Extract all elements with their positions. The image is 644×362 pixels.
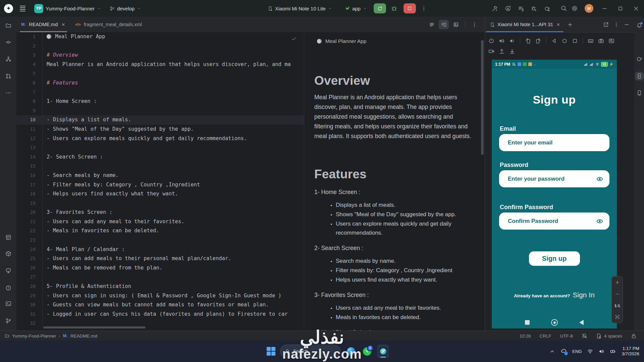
signup-button[interactable]: Sign up — [529, 251, 580, 266]
version-control-icon[interactable] — [3, 315, 14, 326]
rotate-left-icon[interactable] — [525, 38, 531, 44]
refresh-a-icon[interactable] — [505, 5, 511, 12]
close-window-button[interactable] — [628, 0, 644, 17]
main-menu-button[interactable] — [18, 3, 28, 14]
tab-readme[interactable]: M↓ README.md ✕ — [16, 17, 70, 32]
code-line[interactable]: 23 — [16, 236, 304, 245]
running-devices-icon[interactable] — [635, 72, 644, 80]
editor-more-options-button[interactable] — [469, 20, 479, 29]
more-icon[interactable] — [3, 87, 14, 99]
code-line[interactable]: 9 — [16, 106, 304, 116]
device-manager-icon[interactable] — [635, 88, 644, 97]
download-icon[interactable] — [509, 48, 515, 54]
language-indicator[interactable]: ENG — [572, 349, 582, 354]
device-tab[interactable]: Xiaomi Mi Note 1...API 31 ✕ — [485, 17, 564, 32]
close-device-tab-icon[interactable]: ✕ — [556, 21, 561, 28]
wifi-tray-icon[interactable] — [587, 349, 593, 354]
hide-panel-icon[interactable] — [624, 22, 630, 27]
attach-debugger-icon[interactable] — [531, 5, 537, 12]
whatsapp-icon[interactable]: 8 — [361, 345, 373, 358]
code-line[interactable]: 18- Helps users find exactly what they w… — [16, 189, 304, 199]
code-line[interactable]: 29- Users can sign in using: ( Email & P… — [16, 291, 304, 301]
back-nav-button[interactable] — [579, 320, 584, 325]
code-line[interactable]: 12- Users can explore meals quickly and … — [16, 134, 304, 143]
zoom-in-icon[interactable] — [615, 280, 620, 285]
volume-up-icon[interactable] — [499, 38, 505, 44]
terminal-icon[interactable] — [3, 298, 14, 309]
edge-browser-icon[interactable] — [345, 345, 357, 358]
code-line[interactable]: 4Meal Planner is an Android application … — [16, 60, 304, 69]
code-line[interactable]: 17- Filter meals by: Category , Country … — [16, 180, 304, 190]
stop-button[interactable] — [404, 3, 416, 13]
device-selector[interactable]: Xiaomi Mi Note 10 Lite — [266, 4, 334, 13]
rerun-button[interactable] — [374, 3, 386, 13]
line-separator[interactable]: CRLF — [539, 334, 551, 339]
power-icon[interactable] — [488, 38, 494, 44]
volume-down-icon[interactable] — [509, 38, 515, 44]
project-folder-icon[interactable] — [3, 20, 14, 31]
screen-record-icon[interactable] — [488, 48, 494, 54]
open-in-new-window-icon[interactable] — [603, 22, 609, 27]
indent-setting[interactable]: 4 spaces — [596, 333, 622, 339]
overview-icon[interactable] — [572, 38, 578, 44]
code-line[interactable]: 3# Overview — [16, 51, 304, 60]
pull-requests-icon[interactable] — [3, 70, 14, 82]
rotate-right-icon[interactable] — [535, 38, 541, 44]
run-configuration-selector[interactable]: app — [343, 4, 369, 13]
signin-link[interactable]: Sign In — [573, 291, 594, 299]
battery-tray-icon[interactable] — [610, 349, 616, 354]
app-inspection-icon[interactable] — [3, 265, 14, 277]
project-selector[interactable]: YP Yummy-Food-Planner — [32, 2, 103, 15]
user-avatar[interactable]: H — [585, 4, 593, 13]
code-line[interactable]: 203- Favorites Screen : — [16, 208, 304, 217]
code-line[interactable]: 13 — [16, 143, 304, 153]
code-line[interactable]: 25- Users can add meals to their persona… — [16, 254, 304, 263]
task-list-icon[interactable] — [518, 5, 524, 12]
code-line[interactable]: 1 Meal Planner App — [16, 32, 304, 42]
layout-inspector-icon[interactable] — [3, 232, 14, 243]
structure-icon[interactable] — [3, 53, 14, 65]
keyboard-icon[interactable] — [588, 38, 594, 44]
commit-icon[interactable] — [3, 37, 14, 48]
zoom-ratio[interactable]: 1:1 — [614, 304, 620, 308]
code-line[interactable]: 30- Guests can view meals but cannot add… — [16, 300, 304, 310]
email-field[interactable]: Enter your email — [499, 134, 609, 151]
upload-icon[interactable] — [499, 48, 505, 54]
minimize-window-button[interactable] — [597, 0, 612, 17]
gradle-elephant-icon[interactable] — [635, 55, 644, 63]
notifications-muted-icon[interactable] — [582, 333, 587, 339]
screenshot-icon[interactable] — [598, 38, 604, 44]
code-line[interactable]: 5 — [16, 69, 304, 78]
zoom-out-icon[interactable] — [615, 292, 620, 297]
code-line[interactable]: 15 — [16, 162, 304, 171]
home-icon[interactable] — [561, 38, 568, 44]
build-hammer-icon[interactable] — [492, 5, 498, 12]
hidden-icons-button[interactable] — [549, 349, 555, 354]
android-studio-taskbar-icon[interactable] — [377, 345, 389, 358]
notifications-bell-icon[interactable] — [635, 21, 644, 30]
show-confirm-password-icon[interactable] — [596, 218, 603, 225]
confirm-password-field[interactable]: Confirm Password — [499, 213, 609, 230]
code-line[interactable]: 31- Logged in user can Syncs his data (f… — [16, 310, 304, 319]
code-line[interactable]: 7 — [16, 88, 304, 97]
taskbar-clock[interactable]: 1:17 PM 3/7/2026 — [622, 346, 639, 357]
code-line[interactable]: 11- Shows "Meal of the Day" suggested by… — [16, 125, 304, 134]
editor-only-view-button[interactable] — [427, 20, 437, 29]
fit-screen-icon[interactable] — [615, 314, 620, 319]
branch-selector[interactable]: develop — [108, 4, 143, 13]
cursor-position[interactable]: 10:28 — [520, 334, 531, 339]
problems-icon[interactable] — [3, 282, 14, 294]
add-device-tab-button[interactable] — [565, 19, 576, 29]
back-icon[interactable] — [551, 38, 557, 44]
code-line[interactable]: 16- Search meals by name. — [16, 171, 304, 180]
recents-nav-button[interactable] — [525, 320, 530, 325]
code-line[interactable]: 142- Search Screen : — [16, 153, 304, 162]
device-screen[interactable]: 1:17 PM ‥ 72 ⚡ Sign up Email Enter your … — [492, 60, 617, 328]
maximize-window-button[interactable] — [612, 0, 628, 17]
inspections-ok-icon[interactable] — [291, 36, 297, 43]
more-actions-button[interactable] — [419, 3, 429, 13]
packages-icon[interactable] — [3, 248, 14, 259]
taskbar-search[interactable]: Search — [280, 345, 340, 358]
tab-fragment-meal-details[interactable]: </> fragment_meal_details.xml — [70, 17, 147, 32]
search-everywhere-button[interactable] — [558, 3, 569, 13]
